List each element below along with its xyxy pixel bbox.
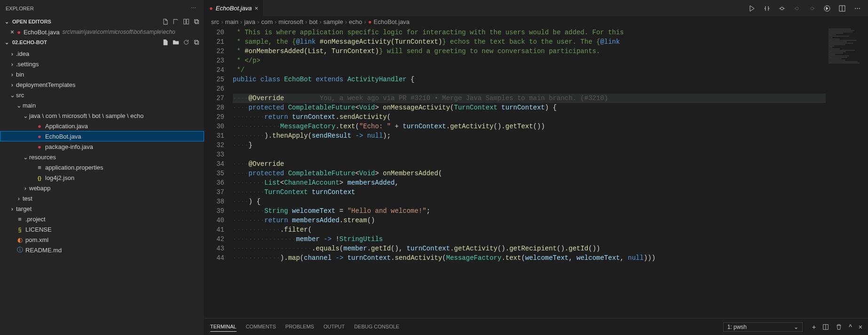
line-gutter[interactable]: 2021222324252627282930313233343536373839…: [205, 27, 233, 318]
line-number[interactable]: 35: [205, 169, 224, 178]
tree-folder[interactable]: ⌄resources: [0, 152, 204, 162]
code-line[interactable]: ····) {: [233, 197, 826, 206]
tree-folder[interactable]: ⌄main: [0, 100, 204, 110]
close-panel-icon[interactable]: ×: [859, 323, 862, 331]
code-line[interactable]: ················member -> !StringUtils: [233, 234, 826, 244]
more-icon[interactable]: ⋯: [852, 3, 862, 14]
line-number[interactable]: 28: [205, 103, 224, 112]
line-number[interactable]: 36: [205, 178, 224, 187]
tree-folder[interactable]: ›test: [0, 193, 204, 203]
breadcrumb-item[interactable]: microsoft: [278, 18, 303, 25]
panel-tab-output[interactable]: OUTPUT: [324, 322, 345, 332]
tree-folder[interactable]: ›webapp: [0, 183, 204, 193]
close-icon[interactable]: ×: [10, 28, 14, 36]
code-line[interactable]: */: [233, 65, 826, 75]
panel-tab-comments[interactable]: COMMENTS: [246, 322, 276, 332]
tree-folder[interactable]: ⌄src: [0, 90, 204, 100]
panel-tab-debug-console[interactable]: DEBUG CONSOLE: [354, 322, 399, 332]
line-number[interactable]: 34: [205, 159, 224, 169]
code-line[interactable]: ········return membersAdded.stream(): [233, 216, 826, 225]
code-line[interactable]: ····@Override You, a week ago via PR #32…: [233, 93, 826, 103]
line-number[interactable]: 30: [205, 122, 224, 131]
breadcrumb-item[interactable]: java: [244, 18, 255, 25]
line-number[interactable]: 21: [205, 37, 224, 47]
more-icon[interactable]: ⋯: [188, 3, 198, 14]
terminal-select[interactable]: 1: pwsh ⌄: [723, 322, 803, 332]
breadcrumb-item[interactable]: com: [261, 18, 273, 25]
new-folder-icon[interactable]: [171, 38, 181, 47]
code-editor[interactable]: * This is where application specific log…: [233, 27, 826, 318]
tree-file[interactable]: package-info.java: [0, 141, 204, 152]
line-number[interactable]: 44: [205, 253, 224, 263]
breadcrumb-item[interactable]: EchoBot.java: [374, 18, 410, 25]
code-line[interactable]: public class EchoBot extends ActivityHan…: [233, 75, 826, 84]
tree-file[interactable]: README.md: [0, 245, 204, 255]
file-tree[interactable]: ›.idea›.settings›bin›deploymentTemplates…: [0, 47, 204, 335]
tree-file[interactable]: log4j2.json: [0, 172, 204, 183]
collapse-all-icon[interactable]: [192, 38, 201, 47]
code-line[interactable]: ····················.equals(member.getId…: [233, 244, 826, 253]
code-line[interactable]: * This is where application specific log…: [233, 28, 826, 37]
code-line[interactable]: ········).thenApply(sendResult -> null);: [233, 131, 826, 140]
breadcrumb-item[interactable]: echo: [349, 18, 362, 25]
tree-folder[interactable]: ⌄java \ com \ microsoft \ bot \ sample \…: [0, 110, 204, 121]
new-file-icon[interactable]: [161, 38, 170, 47]
git-prev-icon[interactable]: [777, 3, 787, 14]
code-line[interactable]: ········List<ChannelAccount> membersAdde…: [233, 178, 826, 187]
code-line[interactable]: ········return turnContext.sendActivity(: [233, 112, 826, 122]
line-number[interactable]: 40: [205, 216, 224, 225]
code-line[interactable]: ····protected CompletableFuture<Void> on…: [233, 103, 826, 112]
tree-file[interactable]: pom.xml: [0, 234, 204, 245]
tab-echobot[interactable]: EchoBot.java ×: [205, 0, 263, 16]
line-number[interactable]: 23: [205, 56, 224, 65]
line-number[interactable]: 32: [205, 140, 224, 150]
code-line[interactable]: ············).map(channel -> turnContext…: [233, 253, 826, 263]
code-line[interactable]: ········String welcomeText = "Hello and …: [233, 206, 826, 216]
breadcrumb-item[interactable]: main: [225, 18, 238, 25]
tree-file[interactable]: .project: [0, 214, 204, 224]
line-number[interactable]: 22: [205, 47, 224, 56]
line-number[interactable]: 24: [205, 65, 224, 75]
split-editor-icon[interactable]: [837, 3, 847, 14]
line-number[interactable]: 38: [205, 197, 224, 206]
code-line[interactable]: * sample, the {@link #onMessageActivity(…: [233, 37, 826, 47]
line-number[interactable]: 20: [205, 28, 224, 37]
tree-folder[interactable]: ›.settings: [0, 59, 204, 69]
tree-folder[interactable]: ›target: [0, 203, 204, 214]
run-icon[interactable]: [747, 3, 757, 14]
compare-icon[interactable]: [762, 3, 772, 14]
code-line[interactable]: * #onMembersAdded(List, TurnContext)} wi…: [233, 47, 826, 56]
line-number[interactable]: 29: [205, 112, 224, 122]
code-line[interactable]: [233, 84, 826, 93]
close-icon[interactable]: ×: [254, 5, 258, 12]
preview-icon[interactable]: [822, 3, 832, 14]
line-number[interactable]: 37: [205, 187, 224, 197]
line-number[interactable]: 27: [205, 93, 224, 103]
tree-file[interactable]: EchoBot.java: [0, 131, 204, 141]
new-file-icon[interactable]: [161, 17, 170, 26]
refresh-icon[interactable]: [181, 38, 191, 47]
split-terminal-icon[interactable]: [822, 323, 829, 331]
line-number[interactable]: 33: [205, 150, 224, 159]
minimap[interactable]: [826, 27, 868, 318]
line-number[interactable]: 43: [205, 244, 224, 253]
panel-tab-terminal[interactable]: TERMINAL: [210, 322, 237, 332]
git-back-icon[interactable]: [792, 3, 802, 14]
project-header[interactable]: ⌄ 02.ECHO-BOT: [0, 37, 204, 47]
close-all-icon[interactable]: [192, 17, 201, 26]
code-line[interactable]: ····}: [233, 140, 826, 150]
line-number[interactable]: 39: [205, 206, 224, 216]
tree-file[interactable]: application.properties: [0, 162, 204, 172]
breadcrumbs[interactable]: src›main›java›com›microsoft›bot›sample›e…: [205, 16, 868, 27]
git-fwd-icon[interactable]: [807, 3, 817, 14]
code-line[interactable]: [233, 150, 826, 159]
new-terminal-icon[interactable]: +: [812, 323, 816, 331]
open-editors-header[interactable]: ⌄ OPEN EDITORS: [0, 16, 204, 27]
code-line[interactable]: ············.filter(: [233, 225, 826, 234]
line-number[interactable]: 41: [205, 225, 224, 234]
code-line[interactable]: ············MessageFactory.text("Echo: "…: [233, 122, 826, 131]
panel-tab-problems[interactable]: PROBLEMS: [285, 322, 314, 332]
save-all-icon[interactable]: [171, 17, 181, 26]
code-line[interactable]: ····@Override: [233, 159, 826, 169]
layout-icon[interactable]: [181, 17, 191, 26]
